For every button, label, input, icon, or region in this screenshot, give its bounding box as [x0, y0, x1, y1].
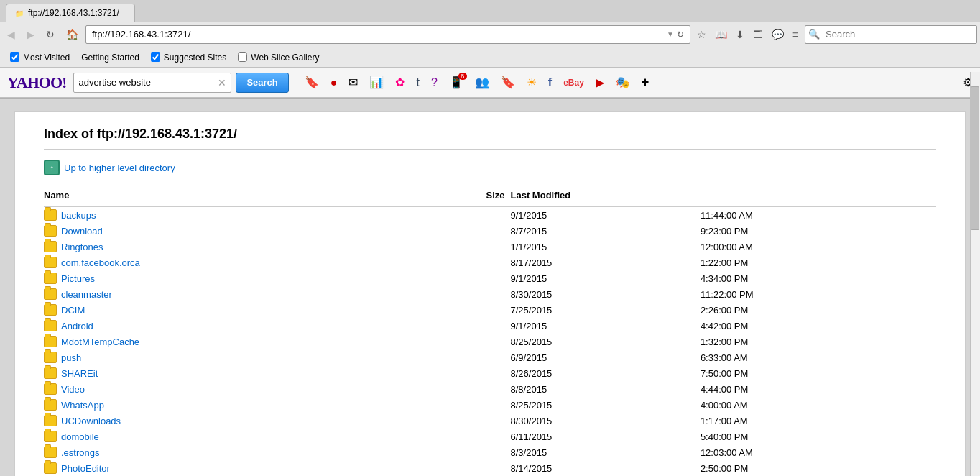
folder-size-cell: [453, 270, 511, 286]
address-dropdown-button[interactable]: ▼: [667, 30, 674, 38]
folder-size-cell: [453, 207, 511, 224]
windows-button[interactable]: 🗔: [749, 26, 767, 43]
folder-link[interactable]: domobile: [61, 431, 99, 442]
toolbar-play-icon[interactable]: ▶: [592, 73, 608, 92]
address-input[interactable]: [89, 29, 667, 40]
toolbar-bookmark-icon[interactable]: 🔖: [301, 73, 323, 92]
folder-link[interactable]: backups: [61, 210, 96, 221]
chat-button[interactable]: 💬: [768, 26, 787, 43]
toolbar-tumblr-icon[interactable]: t: [412, 73, 422, 92]
menu-button[interactable]: ≡: [789, 26, 802, 43]
page-content: Index of ftp://192.168.43.1:3721/ ↑ Up t…: [14, 111, 966, 476]
downloads-button[interactable]: ⬇: [732, 26, 748, 43]
folder-time-cell: 11:44:00 AM: [701, 207, 936, 224]
toolbar-messenger-icon[interactable]: 📱8: [445, 73, 467, 92]
folder-link[interactable]: WhatsApp: [61, 400, 104, 411]
yahoo-search-button[interactable]: Search: [236, 73, 288, 93]
bookmark-most-visited[interactable]: Most Visited: [6, 50, 74, 65]
folder-name-cell: Ringtones: [44, 239, 453, 255]
suggested-sites-label: Suggested Sites: [164, 52, 226, 63]
folder-link[interactable]: Android: [61, 321, 93, 331]
folder-date-cell: 8/7/2015: [511, 223, 701, 239]
yahoo-logo[interactable]: YAHOO!: [7, 73, 66, 92]
folder-size-cell: [453, 286, 511, 302]
folder-link[interactable]: Pictures: [61, 273, 95, 284]
active-tab[interactable]: 📁 ftp://192.168.43.1:3721/: [6, 4, 135, 22]
toolbar-sun-icon[interactable]: ☀: [523, 73, 540, 92]
folder-icon: [44, 447, 57, 458]
folder-size-cell: [453, 397, 511, 413]
toolbar-ball-icon[interactable]: ●: [327, 73, 341, 92]
folder-time-cell: 1:17:00 AM: [701, 413, 936, 429]
folder-link[interactable]: Ringtones: [61, 242, 103, 252]
folder-link[interactable]: Video: [61, 384, 85, 395]
folder-link[interactable]: .estrongs: [61, 447, 99, 458]
folder-name-cell: .estrongs: [44, 444, 453, 460]
yahoo-search-input[interactable]: [78, 77, 218, 88]
col-name: Name: [44, 187, 453, 207]
folder-name-cell: DCIM: [44, 302, 453, 318]
folder-icon: [44, 304, 57, 316]
folder-size-cell: [453, 444, 511, 460]
folder-date-cell: 8/30/2015: [511, 286, 701, 302]
table-row: Ringtones 1/1/2015 12:00:00 AM: [44, 239, 936, 255]
reading-list-button[interactable]: 📖: [711, 26, 731, 43]
folder-link[interactable]: com.facebook.orca: [61, 257, 140, 268]
toolbar-answers-icon[interactable]: ?: [427, 73, 441, 92]
web-slice-checkbox[interactable]: [238, 52, 247, 62]
folder-link[interactable]: PhotoEditor: [61, 463, 110, 474]
toolbar-mail-icon[interactable]: ✉: [345, 73, 361, 92]
yahoo-clear-button[interactable]: ✕: [218, 77, 226, 88]
toolbar-facebook-icon[interactable]: f: [545, 73, 555, 92]
folder-size-cell: [453, 239, 511, 255]
most-visited-checkbox[interactable]: [10, 52, 19, 62]
folder-name-cell: UCDownloads: [44, 413, 453, 429]
folder-size-cell: [453, 413, 511, 429]
folder-icon: [44, 320, 57, 331]
folder-date-cell: 8/14/2015: [511, 460, 701, 476]
folder-link[interactable]: cleanmaster: [61, 289, 112, 300]
folder-size-cell: [453, 460, 511, 476]
back-button[interactable]: ◀: [3, 26, 19, 43]
up-directory-link[interactable]: ↑ Up to higher level directory: [44, 160, 936, 175]
folder-date-cell: 8/25/2015: [511, 397, 701, 413]
folder-link[interactable]: Download: [61, 226, 103, 237]
toolbar-ebay-icon[interactable]: eBay: [560, 75, 588, 91]
forward-button[interactable]: ▶: [22, 26, 39, 43]
toolbar-people-icon[interactable]: 👥: [471, 73, 493, 92]
folder-link[interactable]: push: [61, 352, 81, 363]
table-row: backups 9/1/2015 11:44:00 AM: [44, 207, 936, 224]
search-input[interactable]: [823, 29, 974, 40]
folder-link[interactable]: MdotMTempCache: [61, 337, 139, 347]
address-refresh-button[interactable]: ↻: [674, 28, 687, 41]
bookmark-web-slice-gallery[interactable]: Web Slice Gallery: [234, 50, 323, 65]
folder-link[interactable]: SHAREit: [61, 368, 98, 379]
folder-link[interactable]: UCDownloads: [61, 416, 121, 426]
scrollbar-thumb[interactable]: [971, 86, 979, 230]
folder-name-cell: Pictures: [44, 270, 453, 286]
toolbar-extra-icon[interactable]: 🎭: [612, 73, 634, 92]
folder-size-cell: [453, 349, 511, 365]
table-row: UCDownloads 8/30/2015 1:17:00 AM: [44, 413, 936, 429]
bookmark-suggested-sites[interactable]: Suggested Sites: [147, 50, 231, 65]
toolbar-chart-icon[interactable]: 📊: [366, 73, 387, 92]
folder-link[interactable]: DCIM: [61, 305, 85, 316]
scrollbar-track[interactable]: [970, 72, 980, 476]
ftp-divider: [44, 149, 936, 150]
table-row: MdotMTempCache 8/25/2015 1:32:00 PM: [44, 334, 936, 349]
toolbar-flickr-icon[interactable]: ✿: [392, 73, 408, 92]
web-slice-label: Web Slice Gallery: [251, 52, 319, 63]
suggested-sites-checkbox[interactable]: [151, 52, 160, 62]
refresh-button[interactable]: ↻: [42, 26, 59, 43]
bookmark-getting-started[interactable]: Getting Started: [77, 50, 144, 65]
folder-name-cell: backups: [44, 207, 453, 224]
folder-date-cell: 8/3/2015: [511, 444, 701, 460]
home-button[interactable]: 🏠: [62, 26, 83, 43]
table-row: domobile 6/11/2015 5:40:00 PM: [44, 429, 936, 444]
folder-icon: [44, 209, 57, 221]
table-row: WhatsApp 8/25/2015 4:00:00 AM: [44, 397, 936, 413]
favorites-star-button[interactable]: ☆: [693, 26, 710, 43]
toolbar-add-icon[interactable]: +: [638, 72, 653, 93]
toolbar-tag-icon[interactable]: 🔖: [497, 73, 519, 92]
folder-time-cell: 9:23:00 PM: [701, 223, 936, 239]
